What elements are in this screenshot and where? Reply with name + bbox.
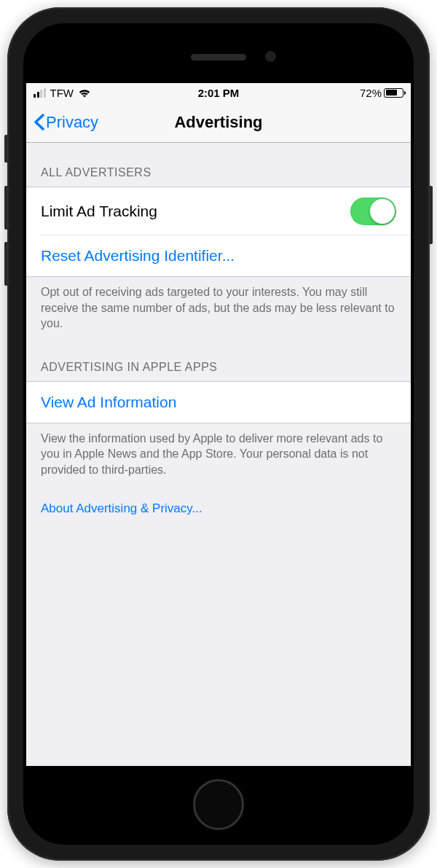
page-title: Advertising	[174, 113, 262, 132]
status-bar: TFW 2:01 PM 72%	[26, 83, 411, 102]
content-area: ALL ADVERTISERS Limit Ad Tracking Reset …	[26, 143, 411, 533]
volume-down-button	[4, 242, 7, 286]
wifi-icon	[78, 88, 91, 98]
view-ad-information-label: View Ad Information	[41, 394, 176, 411]
screen: TFW 2:01 PM 72%	[26, 83, 411, 766]
mute-switch	[4, 135, 7, 163]
toggle-knob	[370, 199, 395, 224]
reset-advertising-identifier-cell[interactable]: Reset Advertising Identifier...	[26, 235, 411, 276]
status-time: 2:01 PM	[198, 87, 240, 99]
front-camera	[265, 51, 276, 62]
chevron-left-icon	[34, 114, 44, 130]
battery-icon	[384, 88, 403, 98]
section-header-all-advertisers: ALL ADVERTISERS	[26, 143, 411, 187]
reset-advertising-identifier-label: Reset Advertising Identifier...	[41, 247, 235, 265]
limit-ad-tracking-cell[interactable]: Limit Ad Tracking	[26, 187, 411, 235]
limit-ad-tracking-label: Limit Ad Tracking	[41, 203, 157, 220]
cell-group-all-advertisers: Limit Ad Tracking Reset Advertising Iden…	[26, 187, 411, 277]
back-button[interactable]: Privacy	[34, 113, 98, 132]
back-label: Privacy	[46, 113, 98, 132]
status-left: TFW	[34, 87, 91, 99]
section-footer-apple-apps: View the information used by Apple to de…	[26, 423, 411, 484]
about-advertising-privacy-link[interactable]: About Advertising & Privacy...	[26, 484, 411, 533]
navigation-bar: Privacy Advertising	[26, 102, 411, 143]
view-ad-information-cell[interactable]: View Ad Information	[26, 382, 411, 423]
section-footer-all-advertisers: Opt out of receiving ads targeted to you…	[26, 277, 411, 337]
speaker-grille	[191, 54, 246, 60]
limit-ad-tracking-toggle[interactable]	[350, 198, 396, 225]
signal-strength-icon	[34, 88, 46, 98]
phone-bezel: TFW 2:01 PM 72%	[23, 23, 414, 845]
phone-frame: TFW 2:01 PM 72%	[7, 7, 430, 861]
section-header-apple-apps: ADVERTISING IN APPLE APPS	[26, 337, 411, 381]
status-right: 72%	[360, 87, 403, 99]
volume-up-button	[4, 186, 7, 230]
cell-group-apple-apps: View Ad Information	[26, 381, 411, 423]
home-button[interactable]	[193, 779, 244, 830]
power-button	[430, 186, 433, 244]
carrier-label: TFW	[50, 87, 74, 99]
battery-percent: 72%	[360, 87, 382, 99]
